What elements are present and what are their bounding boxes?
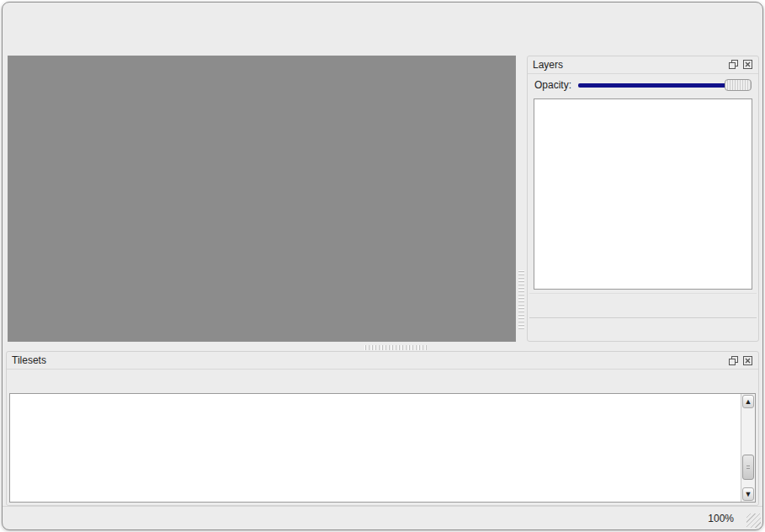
zoom-level: 100% [708,513,734,524]
tilesets-panel-title: Tilesets [12,354,725,366]
vertical-splitter[interactable] [516,56,527,342]
tileset-scrollbar[interactable]: ▲ ▼ [741,394,755,502]
dock-tabs [528,318,758,341]
scrollbar-track[interactable] [741,409,755,487]
opacity-row: Opacity: [528,76,758,94]
horizontal-splitter[interactable] [3,343,762,352]
scroll-up-icon[interactable]: ▲ [742,395,754,408]
opacity-slider-track [578,83,748,88]
main-area: Layers Opacity: [3,52,762,343]
scroll-down-icon[interactable]: ▼ [742,487,754,501]
close-panel-icon[interactable] [742,59,753,70]
tilesets-panel-header: Tilesets [7,352,758,370]
map-canvas[interactable] [8,56,414,327]
close-panel-icon[interactable] [742,355,753,366]
menu-bar [3,3,762,24]
tileset-canvas[interactable] [10,394,742,502]
splitter-grip[interactable] [518,270,524,329]
opacity-slider-handle[interactable] [725,79,752,91]
app-window: Layers Opacity: Tilesets [2,2,763,530]
float-panel-icon[interactable] [728,59,739,70]
layers-panel-header: Layers [528,56,758,74]
splitter-grip[interactable] [364,345,428,350]
tilesets-panel: Tilesets ▲ ▼ [6,351,759,506]
map-viewport [8,56,516,342]
resize-grip-icon[interactable] [746,513,761,528]
status-bar: 100% [3,506,762,529]
tileset-tab-bar [7,370,758,393]
main-toolbar [3,24,762,52]
tileset-view: ▲ ▼ [9,393,756,503]
layer-toolbar [529,293,757,318]
opacity-slider[interactable] [578,78,752,92]
float-panel-icon[interactable] [728,355,739,366]
opacity-label: Opacity: [534,79,571,91]
scrollbar-thumb[interactable] [742,455,754,480]
layer-list [534,98,752,290]
layers-panel: Layers Opacity: [527,56,759,342]
layers-panel-title: Layers [533,59,725,71]
